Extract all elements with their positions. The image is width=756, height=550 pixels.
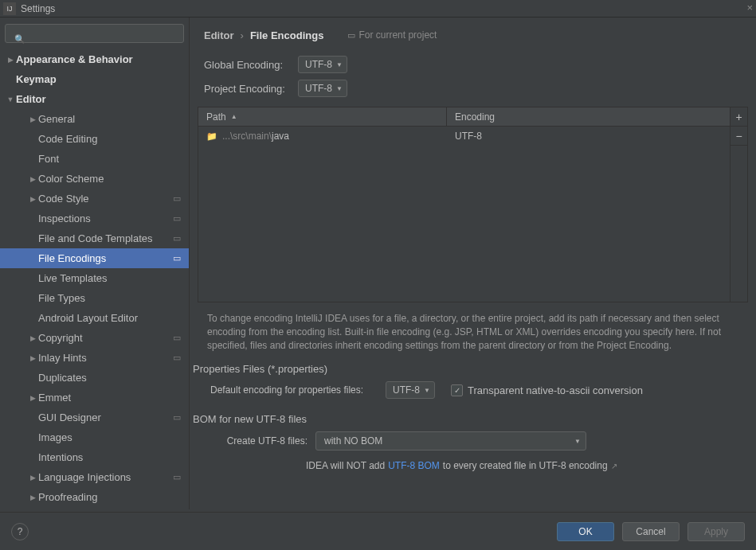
tree-item-code-style[interactable]: ▶Code Style▭ — [0, 189, 189, 209]
bom-row: Create UTF-8 files: with NO BOM ▼ — [193, 427, 753, 455]
tree-item-label: File Types — [38, 292, 189, 304]
chevron-down-icon: ▼ — [336, 85, 343, 92]
project-encoding-row: Project Encoding: UTF-8 ▼ — [190, 76, 756, 100]
bom-section-header: BOM for new UTF-8 files — [193, 410, 753, 427]
chevron-right-icon: ▶ — [27, 195, 38, 203]
table-header: Path ▲ Encoding — [198, 107, 730, 127]
content-panel: Editor › File Encodings ▭ For current pr… — [190, 18, 756, 509]
folder-icon: 📁 — [206, 131, 217, 142]
external-link-icon: ↗ — [611, 462, 617, 470]
project-scope-icon: ▭ — [173, 193, 181, 204]
bom-label: Create UTF-8 files: — [210, 435, 315, 447]
path-prefix: ...\src\main\ — [222, 131, 272, 142]
col-encoding-label: Encoding — [455, 111, 495, 123]
tree-item-label: Intentions — [38, 451, 189, 463]
tree-item-label: File and Code Templates — [38, 232, 189, 244]
search-icon: 🔍 — [14, 34, 25, 45]
table-row[interactable]: 📁...\src\main\javaUTF-8 — [198, 127, 730, 146]
search-input[interactable] — [5, 24, 184, 43]
tree-item-inspections[interactable]: Inspections▭ — [0, 209, 189, 228]
chevron-down-icon: ▼ — [574, 438, 581, 445]
scope-label: For current project — [358, 29, 437, 41]
cell-encoding[interactable]: UTF-8 — [447, 129, 730, 143]
cancel-button[interactable]: Cancel — [622, 522, 680, 541]
settings-sidebar: 🔍 ▶Appearance & BehaviorKeymap▼Editor▶Ge… — [0, 18, 190, 509]
help-text: To change encoding IntelliJ IDEA uses fo… — [190, 302, 756, 360]
table-body: 📁...\src\main\javaUTF-8 — [198, 127, 730, 302]
project-scope-icon: ▭ — [173, 412, 181, 423]
tree-item-proofreading[interactable]: ▶Proofreading — [0, 487, 189, 507]
properties-encoding-value: UTF-8 — [393, 384, 420, 396]
project-scope-icon: ▭ — [173, 233, 181, 244]
ok-button[interactable]: OK — [557, 522, 614, 541]
bom-note: IDEA will NOT add UTF-8 BOM to every cre… — [193, 455, 753, 476]
bom-value: with NO BOM — [324, 435, 382, 447]
tree-item-live-templates[interactable]: Live Templates — [0, 268, 189, 288]
chevron-right-icon: ▶ — [27, 334, 38, 342]
chevron-right-icon: ▶ — [27, 115, 38, 123]
remove-row-button[interactable]: − — [731, 127, 747, 146]
transparent-ascii-checkbox[interactable]: ✓ Transparent native-to-ascii conversion — [451, 384, 643, 396]
bom-link[interactable]: UTF-8 BOM — [388, 460, 440, 471]
table-toolbar: + − — [730, 107, 747, 302]
tree-item-color-scheme[interactable]: ▶Color Scheme — [0, 169, 189, 189]
tree-item-label: Font — [38, 153, 189, 165]
cell-path: 📁...\src\main\java — [198, 129, 447, 143]
chevron-right-icon: › — [241, 29, 244, 41]
tree-item-label: Editor — [16, 93, 189, 105]
tree-item-keymap[interactable]: Keymap — [0, 69, 189, 89]
tree-item-label: GUI Designer — [38, 412, 189, 423]
help-button[interactable]: ? — [11, 523, 29, 540]
tree-item-intentions[interactable]: Intentions — [0, 447, 189, 467]
encoding-table: Path ▲ Encoding 📁...\src\main\javaUTF-8 … — [198, 107, 748, 302]
tree-item-file-and-code-templates[interactable]: File and Code Templates▭ — [0, 228, 189, 248]
tree-item-duplicates[interactable]: Duplicates — [0, 368, 189, 388]
tree-item-gui-designer[interactable]: GUI Designer▭ — [0, 408, 189, 427]
tree-item-label: Code Style — [38, 193, 189, 205]
settings-tree: ▶Appearance & BehaviorKeymap▼Editor▶Gene… — [0, 48, 189, 509]
tree-item-language-injections[interactable]: ▶Language Injections▭ — [0, 467, 189, 487]
tree-item-label: Keymap — [16, 73, 189, 85]
tree-item-label: Proofreading — [38, 491, 189, 503]
chevron-right-icon: ▶ — [27, 474, 38, 482]
add-row-button[interactable]: + — [731, 107, 747, 127]
properties-encoding-select[interactable]: UTF-8 ▼ — [386, 381, 435, 399]
tree-item-code-editing[interactable]: Code Editing — [0, 129, 189, 149]
chevron-down-icon: ▼ — [424, 387, 430, 394]
col-path[interactable]: Path ▲ — [198, 107, 447, 126]
tree-item-general[interactable]: ▶General — [0, 109, 189, 129]
tree-item-label: Copyright — [38, 332, 189, 344]
title-bar: IJ Settings — [0, 0, 756, 18]
close-icon[interactable]: × — [746, 2, 753, 14]
properties-section-header: Properties Files (*.properties) — [193, 360, 753, 376]
tree-item-file-types[interactable]: File Types — [0, 288, 189, 308]
col-encoding[interactable]: Encoding — [447, 107, 730, 126]
project-scope-icon: ▭ — [173, 472, 181, 482]
global-encoding-select[interactable]: UTF-8 ▼ — [298, 56, 347, 73]
tree-item-textmate-bundles[interactable]: TextMate Bundles — [0, 507, 189, 509]
tree-item-label: Android Layout Editor — [38, 312, 189, 324]
tree-item-images[interactable]: Images — [0, 427, 189, 447]
tree-item-file-encodings[interactable]: File Encodings▭ — [0, 248, 189, 268]
dialog-footer: ? OK Cancel Apply — [0, 512, 756, 550]
tree-item-editor[interactable]: ▼Editor — [0, 89, 189, 109]
bom-select[interactable]: with NO BOM ▼ — [315, 431, 586, 451]
tree-item-label: Images — [38, 431, 189, 443]
chevron-down-icon: ▼ — [5, 96, 16, 103]
global-encoding-row: Global Encoding: UTF-8 ▼ — [190, 53, 756, 76]
tree-item-appearance-behavior[interactable]: ▶Appearance & Behavior — [0, 49, 189, 69]
global-encoding-label: Global Encoding: — [204, 59, 298, 71]
tree-item-emmet[interactable]: ▶Emmet — [0, 388, 189, 408]
project-scope-icon: ▭ — [173, 253, 181, 263]
chevron-right-icon: ▶ — [27, 394, 38, 402]
project-icon: ▭ — [347, 30, 355, 41]
tree-item-font[interactable]: Font — [0, 149, 189, 169]
project-encoding-select[interactable]: UTF-8 ▼ — [298, 80, 347, 97]
breadcrumb-parent[interactable]: Editor — [204, 29, 234, 41]
tree-item-copyright[interactable]: ▶Copyright▭ — [0, 328, 189, 348]
window-title: Settings — [21, 3, 55, 14]
tree-item-android-layout-editor[interactable]: Android Layout Editor — [0, 308, 189, 328]
tree-item-label: Color Scheme — [38, 173, 189, 185]
tree-item-inlay-hints[interactable]: ▶Inlay Hints▭ — [0, 348, 189, 368]
apply-button[interactable]: Apply — [687, 522, 745, 541]
